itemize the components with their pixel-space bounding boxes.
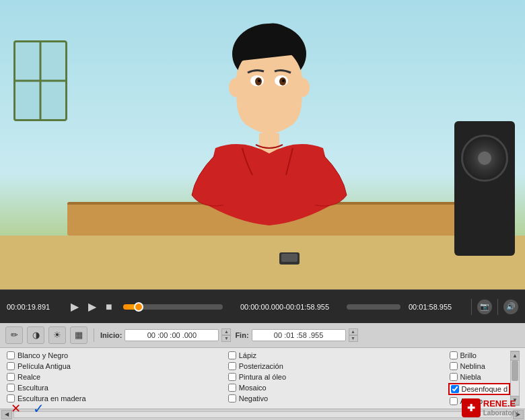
- effects-col3-wrapper: Brillo Neblina Niebla Desenfoque d Afila…: [448, 351, 520, 406]
- inicio-input[interactable]: [125, 329, 219, 341]
- color-wheel-icon: ◑: [32, 330, 40, 340]
- svg-rect-14: [281, 254, 298, 262]
- controls-separator: [471, 299, 472, 315]
- fin-up[interactable]: ▲: [349, 328, 358, 335]
- h-scrollbar: ◀ ▶: [0, 409, 525, 420]
- effect-niebla[interactable]: Niebla: [448, 372, 511, 382]
- play-button[interactable]: ▶: [68, 299, 81, 314]
- label-pelicula-antigua: Película Antigua: [18, 362, 71, 370]
- scene-speaker: [454, 121, 515, 256]
- speaker-cone: [461, 135, 508, 182]
- effects-panel: ✏ ◑ ☀ ▦ Inicio: ▲ ▼ Fin: ▲ ▼: [0, 323, 525, 420]
- checkbox-realce[interactable]: [7, 373, 15, 381]
- checkbox-pintura-oleo[interactable]: [228, 373, 236, 381]
- h-scroll-track[interactable]: [13, 411, 512, 418]
- svg-point-7: [282, 79, 285, 82]
- color-wheel-button[interactable]: ◑: [27, 326, 44, 344]
- effect-brillo[interactable]: Brillo: [448, 351, 511, 360]
- fin-down[interactable]: ▼: [349, 335, 358, 342]
- checkbox-brillo[interactable]: [450, 351, 458, 359]
- renee-plus-icon: ✚: [467, 403, 475, 413]
- brightness-button[interactable]: ☀: [48, 326, 66, 344]
- cartoon-character: [135, 13, 404, 276]
- renee-icon: ✚: [462, 398, 481, 417]
- scroll-track: [511, 361, 519, 396]
- effects-col2: Lápiz Posterización Pintura al óleo Mosa…: [227, 351, 448, 406]
- fin-group: Fin: ▲ ▼: [235, 328, 357, 342]
- inicio-spinners: ▲ ▼: [221, 328, 231, 342]
- effects-list-area: Blanco y Negro Película Antigua Realce E…: [0, 348, 525, 409]
- effects-col1: Blanco y Negro Película Antigua Realce E…: [5, 351, 227, 406]
- label-neblina: Neblina: [460, 362, 485, 370]
- effect-posterizacion[interactable]: Posterización: [227, 361, 448, 371]
- svg-point-6: [258, 79, 260, 82]
- checkbox-pelicula-antigua[interactable]: [7, 362, 15, 370]
- checkbox-blanco-negro[interactable]: [7, 351, 15, 359]
- effect-blanco-negro[interactable]: Blanco y Negro: [5, 351, 227, 360]
- effects-col3: Brillo Neblina Niebla Desenfoque d Afila…: [448, 351, 511, 406]
- effect-mosaico[interactable]: Mosaico: [227, 383, 448, 392]
- ok-button[interactable]: ✓: [30, 400, 47, 417]
- label-mosaico: Mosaico: [239, 384, 267, 392]
- checkbox-neblina[interactable]: [450, 362, 458, 370]
- checkbox-escultura[interactable]: [7, 384, 15, 392]
- bottom-actions: ✕ ✓: [7, 400, 47, 417]
- timeline-range-display: 00:00:00.000-00:01:58.955: [231, 303, 339, 311]
- effect-neblina[interactable]: Neblina: [448, 361, 511, 371]
- renee-name: RENE.E: [483, 398, 518, 409]
- progress-bar-right[interactable]: [347, 304, 400, 310]
- scroll-up-arrow[interactable]: ▲: [510, 351, 520, 361]
- inicio-down[interactable]: ▼: [221, 335, 231, 342]
- scroll-thumb[interactable]: [512, 361, 518, 381]
- renee-subtitle: Laboratory: [483, 409, 518, 417]
- camera-icon[interactable]: 📷: [477, 300, 492, 314]
- label-realce: Realce: [18, 373, 40, 381]
- inicio-label: Inicio:: [100, 331, 122, 339]
- effects-scrollbar: ▲ ▼: [510, 351, 520, 406]
- fin-input[interactable]: [252, 329, 346, 341]
- end-time-display: 00:01:58.955: [409, 303, 466, 311]
- effect-negativo[interactable]: Negativo: [227, 394, 448, 403]
- screen-button[interactable]: ▦: [70, 326, 88, 344]
- checkbox-negativo[interactable]: [228, 394, 236, 403]
- edit-tool-button[interactable]: ✏: [5, 326, 23, 344]
- screen-icon: ▦: [75, 330, 83, 340]
- fin-spinners: ▲ ▼: [349, 328, 358, 342]
- effects-toolbar: ✏ ◑ ☀ ▦ Inicio: ▲ ▼ Fin: ▲ ▼: [0, 323, 525, 348]
- label-pintura-oleo: Pintura al óleo: [239, 373, 286, 381]
- label-desenfoque: Desenfoque d: [462, 385, 508, 393]
- checkbox-posterizacion[interactable]: [228, 362, 236, 370]
- volume-icon[interactable]: 🔊: [503, 300, 518, 314]
- renee-text: RENE.E Laboratory: [483, 398, 518, 417]
- inicio-group: Inicio: ▲ ▼: [100, 328, 231, 342]
- play-alt-button[interactable]: ▶: [85, 299, 99, 314]
- effect-realce[interactable]: Realce: [5, 372, 227, 382]
- cancel-button[interactable]: ✕: [7, 400, 24, 417]
- svg-point-8: [229, 78, 242, 97]
- progress-thumb[interactable]: [134, 302, 143, 312]
- checkbox-lapiz[interactable]: [228, 351, 236, 359]
- effect-lapiz[interactable]: Lápiz: [227, 351, 448, 360]
- effect-desenfoque[interactable]: Desenfoque d: [448, 383, 511, 395]
- effect-pelicula-antigua[interactable]: Película Antigua: [5, 361, 227, 371]
- label-brillo: Brillo: [460, 351, 477, 359]
- toolbar-sep1: [94, 328, 94, 342]
- edit-icon: ✏: [11, 330, 18, 340]
- checkbox-mosaico[interactable]: [228, 384, 236, 392]
- label-negativo: Negativo: [239, 394, 268, 403]
- progress-bar[interactable]: [123, 304, 223, 310]
- checkbox-desenfoque[interactable]: [451, 385, 459, 393]
- playback-controls: 00:00:19.891 ▶ ▶ ■ 00:00:00.000-00:01:58…: [0, 289, 525, 323]
- video-player: [0, 0, 525, 289]
- svg-point-9: [296, 78, 310, 97]
- effect-pintura-oleo[interactable]: Pintura al óleo: [227, 372, 448, 382]
- controls-separator2: [497, 299, 498, 315]
- label-lapiz: Lápiz: [239, 351, 256, 359]
- inicio-up[interactable]: ▲: [221, 328, 231, 335]
- checkbox-niebla[interactable]: [450, 373, 458, 381]
- effect-escultura[interactable]: Escultura: [5, 383, 227, 392]
- label-blanco-negro: Blanco y Negro: [18, 351, 68, 359]
- renee-branding: ✚ RENE.E Laboratory: [462, 398, 518, 417]
- stop-button[interactable]: ■: [103, 300, 115, 314]
- checkbox-afilado[interactable]: [450, 397, 458, 405]
